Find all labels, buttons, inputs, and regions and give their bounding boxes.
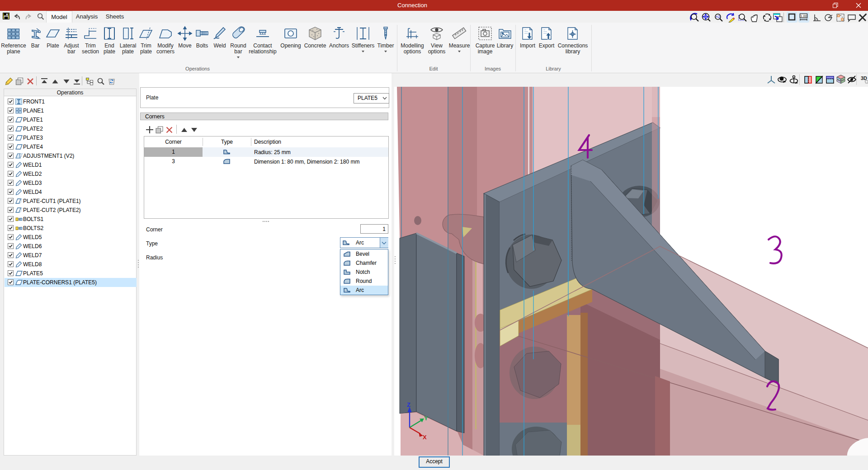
svg-text:Y: Y: [424, 415, 428, 422]
svg-text:×2: ×2: [716, 14, 720, 19]
svg-text:X: X: [423, 434, 427, 441]
svg-text:1.00: 1.00: [800, 14, 807, 18]
svg-text:Z: Z: [407, 401, 410, 408]
svg-text:3D: 3D: [861, 75, 867, 81]
